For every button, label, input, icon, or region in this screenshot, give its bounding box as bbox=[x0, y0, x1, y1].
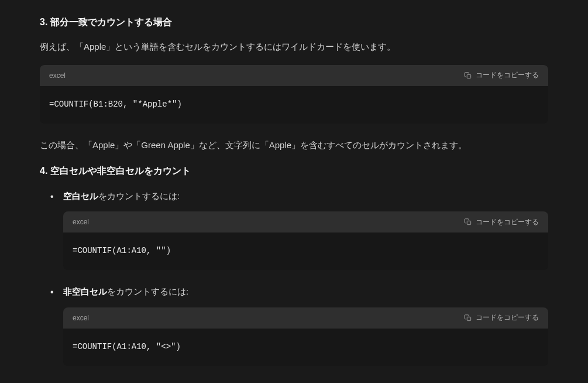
section-3-heading: 3. 部分一致でカウントする場合 bbox=[40, 14, 548, 30]
section-3-explanation: この場合、「Apple」や「Green Apple」など、文字列に「Apple」… bbox=[40, 138, 548, 153]
copy-code-label: コードをコピーする bbox=[476, 313, 539, 323]
list-item: 非空白セルをカウントするには: excel コードをコピーする =COUNTIF… bbox=[40, 284, 548, 366]
code-lang-label: excel bbox=[73, 312, 89, 324]
code-header: excel コードをコピーする bbox=[40, 65, 548, 86]
code-block: excel コードをコピーする =COUNTIF(A1:A10, "") bbox=[63, 211, 548, 270]
code-content: =COUNTIF(A1:A10, "<>") bbox=[63, 329, 548, 366]
list-item-label: 非空白セルをカウントするには: bbox=[63, 284, 548, 299]
section-3-intro: 例えば、「Apple」という単語を含むセルをカウントするにはワイルドカードを使い… bbox=[40, 39, 548, 54]
section-4-list: 空白セルをカウントするには: excel コードをコピーする =COUNTIF(… bbox=[40, 189, 548, 366]
code-content: =COUNTIF(A1:A10, "") bbox=[63, 232, 548, 270]
copy-icon bbox=[464, 71, 472, 80]
code-header: excel コードをコピーする bbox=[63, 211, 548, 232]
svg-rect-2 bbox=[467, 317, 470, 320]
copy-code-button[interactable]: コードをコピーする bbox=[464, 217, 539, 227]
copy-code-button[interactable]: コードをコピーする bbox=[464, 70, 539, 80]
code-lang-label: excel bbox=[73, 216, 89, 228]
copy-code-button[interactable]: コードをコピーする bbox=[464, 313, 539, 323]
code-content: =COUNTIF(B1:B20, "*Apple*") bbox=[40, 86, 548, 124]
copy-icon bbox=[464, 314, 472, 322]
copy-icon bbox=[464, 218, 472, 226]
copy-code-label: コードをコピーする bbox=[476, 70, 539, 80]
list-item: 空白セルをカウントするには: excel コードをコピーする =COUNTIF(… bbox=[40, 189, 548, 271]
section-4-heading: 4. 空白セルや非空白セルをカウント bbox=[40, 163, 548, 179]
svg-rect-0 bbox=[467, 74, 470, 78]
list-item-label: 空白セルをカウントするには: bbox=[63, 189, 548, 204]
code-block: excel コードをコピーする =COUNTIF(B1:B20, "*Apple… bbox=[40, 65, 548, 124]
svg-rect-1 bbox=[467, 221, 470, 225]
code-header: excel コードをコピーする bbox=[63, 307, 548, 329]
code-block: excel コードをコピーする =COUNTIF(A1:A10, "<>") bbox=[63, 307, 548, 366]
copy-code-label: コードをコピーする bbox=[476, 217, 539, 227]
code-lang-label: excel bbox=[49, 70, 66, 81]
